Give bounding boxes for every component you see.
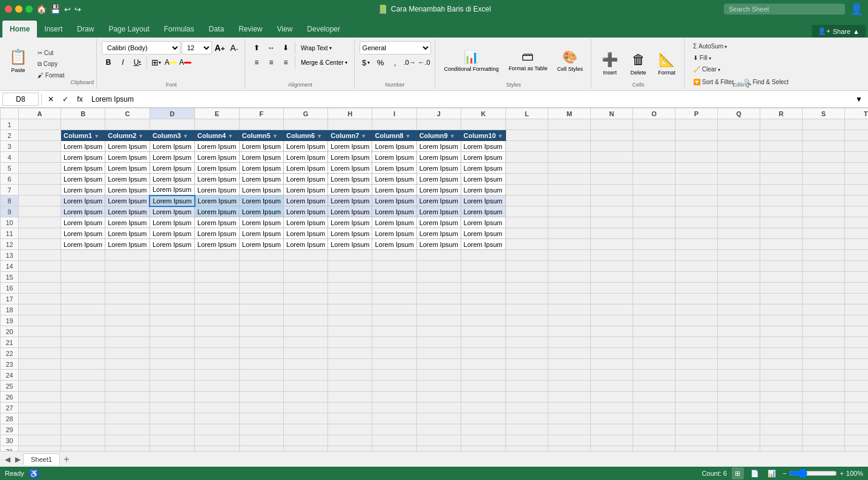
data-cell[interactable] — [760, 392, 802, 403]
data-cell[interactable] — [717, 250, 760, 261]
data-cell[interactable] — [675, 206, 717, 217]
data-cell[interactable] — [548, 130, 590, 141]
expand-formula-btn[interactable]: ▼ — [852, 93, 866, 106]
row-number-cell[interactable]: 12 — [1, 239, 19, 250]
insert-btn[interactable]: ➕ Insert — [596, 45, 623, 84]
data-cell[interactable] — [717, 228, 760, 239]
data-cell[interactable] — [105, 413, 150, 424]
data-cell[interactable] — [844, 359, 868, 370]
data-cell[interactable]: Lorem Ipsum — [461, 174, 505, 185]
bold-button[interactable]: B — [102, 56, 115, 69]
data-cell[interactable] — [802, 304, 844, 315]
data-cell[interactable] — [675, 392, 717, 403]
data-cell[interactable] — [675, 294, 717, 304]
data-cell[interactable] — [19, 381, 61, 392]
data-cell[interactable] — [372, 403, 416, 413]
data-cell[interactable] — [239, 359, 283, 370]
data-cell[interactable] — [802, 261, 844, 272]
data-cell[interactable]: Lorem Ipsum — [239, 163, 283, 174]
data-cell[interactable] — [548, 217, 590, 228]
data-cell[interactable] — [590, 413, 633, 424]
data-cell[interactable]: Lorem Ipsum — [195, 185, 240, 196]
row-number-cell[interactable]: 3 — [1, 141, 19, 152]
data-cell[interactable] — [548, 174, 590, 185]
data-cell[interactable] — [633, 261, 675, 272]
row-number-cell[interactable]: 25 — [1, 381, 19, 392]
data-cell[interactable]: Lorem Ipsum — [150, 217, 194, 228]
data-cell[interactable] — [717, 206, 760, 217]
data-cell[interactable] — [105, 370, 150, 381]
data-cell[interactable] — [372, 359, 416, 370]
data-cell[interactable] — [844, 304, 868, 315]
data-cell[interactable] — [105, 348, 150, 359]
data-cell[interactable] — [461, 424, 505, 435]
data-cell[interactable] — [802, 435, 844, 446]
data-cell[interactable] — [105, 381, 150, 392]
data-cell[interactable] — [150, 294, 194, 304]
data-cell[interactable] — [328, 326, 372, 337]
col-header-o[interactable]: O — [633, 108, 675, 119]
data-cell[interactable]: Lorem Ipsum — [105, 141, 150, 152]
data-cell[interactable] — [195, 359, 240, 370]
data-cell[interactable]: Lorem Ipsum — [195, 228, 240, 239]
zoom-in-btn[interactable]: + — [840, 470, 843, 477]
data-cell[interactable]: Lorem Ipsum — [61, 217, 105, 228]
data-cell[interactable] — [633, 315, 675, 326]
data-cell[interactable] — [590, 196, 633, 206]
col-header-k[interactable]: K — [461, 108, 505, 119]
data-cell[interactable]: Lorem Ipsum — [150, 141, 194, 152]
data-cell[interactable] — [328, 272, 372, 283]
data-cell[interactable] — [760, 381, 802, 392]
data-cell[interactable]: Lorem Ipsum — [195, 141, 240, 152]
sheet-nav-next[interactable]: ▶ — [13, 455, 23, 464]
data-cell[interactable] — [590, 228, 633, 239]
data-cell[interactable] — [717, 337, 760, 348]
data-cell[interactable] — [717, 381, 760, 392]
col-header-e[interactable]: E — [195, 108, 240, 119]
data-cell[interactable]: Lorem Ipsum — [105, 206, 150, 217]
data-cell[interactable] — [844, 413, 868, 424]
data-cell[interactable] — [844, 294, 868, 304]
data-cell[interactable] — [844, 196, 868, 206]
data-cell[interactable] — [590, 315, 633, 326]
row-number-cell[interactable]: 8 — [1, 196, 19, 206]
data-cell[interactable] — [675, 326, 717, 337]
data-cell[interactable]: Lorem Ipsum — [372, 185, 416, 196]
data-cell[interactable] — [590, 141, 633, 152]
data-cell[interactable] — [372, 119, 416, 130]
data-cell[interactable] — [802, 381, 844, 392]
data-cell[interactable]: Lorem Ipsum — [416, 228, 461, 239]
data-cell[interactable] — [548, 228, 590, 239]
data-cell[interactable] — [548, 185, 590, 196]
data-cell[interactable] — [590, 326, 633, 337]
data-cell[interactable] — [633, 446, 675, 452]
data-cell[interactable] — [195, 261, 240, 272]
data-cell[interactable] — [717, 130, 760, 141]
data-cell[interactable]: Lorem Ipsum — [150, 174, 194, 185]
data-cell[interactable] — [590, 348, 633, 359]
data-cell[interactable] — [195, 337, 240, 348]
data-cell[interactable] — [195, 381, 240, 392]
data-cell[interactable] — [195, 370, 240, 381]
data-cell[interactable] — [590, 272, 633, 283]
data-cell[interactable] — [328, 315, 372, 326]
data-cell[interactable] — [505, 239, 548, 250]
data-cell[interactable] — [590, 185, 633, 196]
data-cell[interactable] — [195, 272, 240, 283]
data-cell[interactable] — [372, 304, 416, 315]
data-cell[interactable]: Lorem Ipsum — [328, 239, 372, 250]
data-cell[interactable] — [328, 381, 372, 392]
data-cell[interactable] — [590, 250, 633, 261]
data-cell[interactable]: Lorem Ipsum — [195, 174, 240, 185]
data-cell[interactable] — [633, 163, 675, 174]
row-number-cell[interactable]: 21 — [1, 337, 19, 348]
data-cell[interactable] — [675, 152, 717, 163]
data-cell[interactable] — [19, 152, 61, 163]
data-cell[interactable] — [633, 370, 675, 381]
col-header-i[interactable]: I — [372, 108, 416, 119]
data-cell[interactable] — [239, 381, 283, 392]
data-cell[interactable]: Lorem Ipsum — [328, 228, 372, 239]
data-cell[interactable] — [328, 403, 372, 413]
data-cell[interactable] — [461, 413, 505, 424]
data-cell[interactable] — [328, 435, 372, 446]
